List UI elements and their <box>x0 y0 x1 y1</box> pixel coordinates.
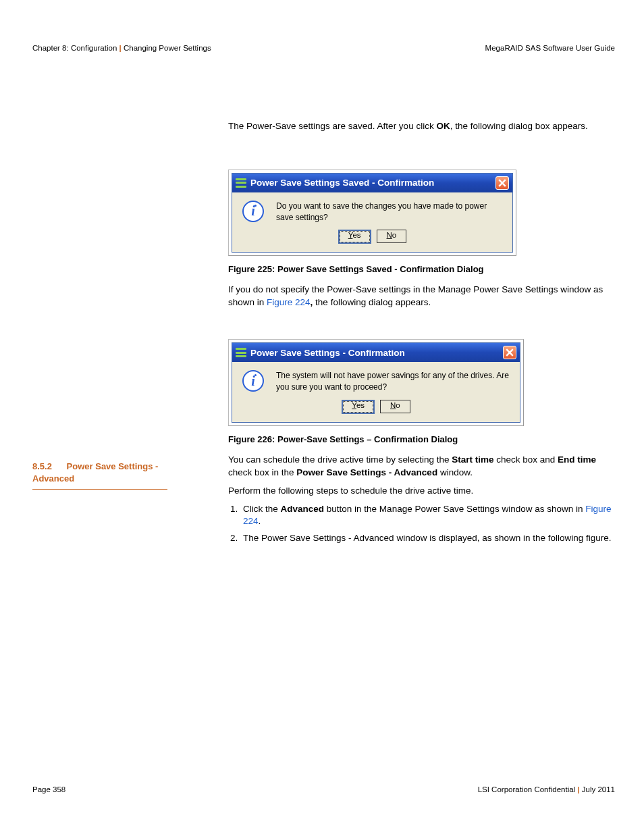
close-button[interactable] <box>495 176 509 190</box>
info-icon: i <box>242 201 264 222</box>
header-left: Chapter 8: Configuration | Changing Powe… <box>32 44 211 52</box>
dialog-container-2: Power Save Settings - Confirmation i The… <box>228 339 524 426</box>
footer-page: Page 358 <box>32 785 65 793</box>
no-button[interactable]: No <box>377 230 407 243</box>
confirmation-dialog-2: Power Save Settings - Confirmation i The… <box>232 342 520 423</box>
header-divider: | <box>119 44 122 52</box>
footer-divider: | <box>577 785 579 793</box>
dialog-container-1: Power Save Settings Saved - Confirmation… <box>228 170 516 257</box>
dialog-message: The system will not have power savings f… <box>276 370 513 393</box>
no-button[interactable]: No <box>380 400 410 413</box>
footer-right: LSI Corporation Confidential | July 2011 <box>478 785 615 793</box>
intro-pre: The Power-Save settings are saved. After… <box>228 121 436 131</box>
intro-bold: OK <box>436 121 450 131</box>
figure-225-caption: Figure 225: Power Save Settings Saved - … <box>228 264 615 274</box>
step-1: Click the Advanced button in the Manage … <box>240 503 615 529</box>
intro-post: , the following dialog box appears. <box>450 121 588 131</box>
intro-paragraph: The Power-Save settings are saved. After… <box>228 120 615 133</box>
header-doc-title: MegaRAID SAS Software User Guide <box>485 44 615 52</box>
confirmation-dialog-1: Power Save Settings Saved - Confirmation… <box>232 173 513 253</box>
steps-list: Click the Advanced button in the Manage … <box>228 503 615 546</box>
close-button[interactable] <box>503 346 516 359</box>
yes-button[interactable]: Yes <box>342 400 375 414</box>
header-chapter: Chapter 8: Configuration <box>32 44 117 52</box>
info-icon: i <box>242 370 264 392</box>
section-heading: 8.5.2 Power Save Settings - Advanced <box>32 461 167 490</box>
footer-date: July 2011 <box>582 785 615 793</box>
dialog-titlebar: Power Save Settings Saved - Confirmation <box>232 174 512 192</box>
yes-button[interactable]: Yes <box>338 230 371 244</box>
para-4: Perform the following steps to schedule … <box>228 485 615 498</box>
para-2: If you do not specify the Power-Save set… <box>228 284 615 309</box>
section-number: 8.5.2 <box>32 461 52 471</box>
dialog-title: Power Save Settings - Confirmation <box>250 348 405 358</box>
dialog-titlebar: Power Save Settings - Confirmation <box>232 343 520 362</box>
para-3: You can schedule the drive active time b… <box>228 454 615 479</box>
dialog-message: Do you want to save the changes you have… <box>276 201 506 224</box>
app-icon <box>236 178 246 188</box>
step-2: The Power Save Settings - Advanced windo… <box>240 532 615 545</box>
figure-224-link[interactable]: Figure 224 <box>267 297 311 307</box>
dialog-title: Power Save Settings Saved - Confirmation <box>250 178 434 188</box>
header-section: Changing Power Settings <box>124 44 211 52</box>
app-icon <box>236 347 246 358</box>
figure-226-caption: Figure 226: Power-Save Settings – Confir… <box>228 434 615 444</box>
footer-confidential: LSI Corporation Confidential <box>478 785 575 793</box>
